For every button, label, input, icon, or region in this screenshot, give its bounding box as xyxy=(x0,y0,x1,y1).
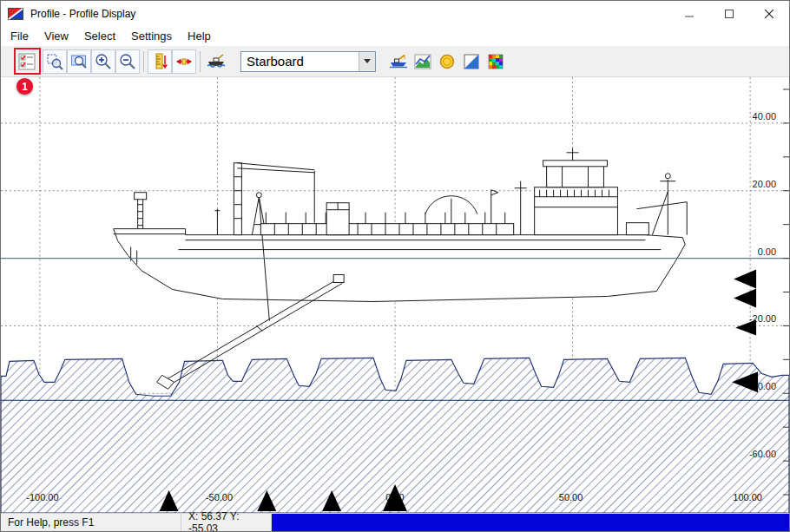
maximize-button[interactable] xyxy=(709,1,749,27)
vessel-display-button[interactable] xyxy=(386,49,411,74)
vessel-icon xyxy=(206,51,227,72)
fill-toggle-button[interactable] xyxy=(459,49,484,74)
app-icon xyxy=(8,8,23,20)
zoom-in-button[interactable] xyxy=(91,49,115,74)
diagonal-fill-icon xyxy=(462,52,481,71)
menu-help[interactable]: Help xyxy=(180,27,219,46)
status-bar: For Help, press F1 X: 56.37 Y: -55.03 xyxy=(1,513,789,531)
x-label: -50.00 xyxy=(206,492,233,502)
vessel-profile-button[interactable] xyxy=(204,49,228,74)
status-progress-bar xyxy=(272,514,789,531)
y-label: 0.00 xyxy=(758,246,776,257)
profile-plot[interactable]: 40.00 20.00 0.00 -20.00 -40.00 -60.00 -1… xyxy=(1,77,789,513)
chart-display-button[interactable] xyxy=(411,49,435,74)
close-button[interactable] xyxy=(749,1,789,27)
x-label: -100.00 xyxy=(26,492,58,502)
combo-dropdown-button[interactable] xyxy=(359,52,375,71)
zoom-out-icon xyxy=(118,52,137,71)
measure-vertical-button[interactable] xyxy=(148,49,172,74)
coin-icon xyxy=(438,52,457,71)
view-side-select[interactable]: Starboard xyxy=(240,51,376,72)
view-side-value: Starboard xyxy=(241,54,359,69)
toolbar-separator xyxy=(200,51,201,72)
minimize-button[interactable] xyxy=(669,1,709,27)
status-coordinates: X: 56.37 Y: -55.03 xyxy=(181,514,272,531)
checklist-icon xyxy=(17,52,36,71)
depth-marker-triangle xyxy=(734,289,756,308)
y-label: 20.00 xyxy=(753,179,776,189)
chevron-down-icon xyxy=(364,59,371,63)
vertical-ruler-icon xyxy=(150,52,169,71)
x-label: 100.00 xyxy=(733,492,762,502)
zoom-window-icon xyxy=(45,52,64,71)
measure-horizontal-button[interactable] xyxy=(172,49,196,74)
annotation-step-badge: 1 xyxy=(16,78,33,95)
x-label: 50.00 xyxy=(559,492,583,502)
maximize-icon xyxy=(725,10,734,18)
zoom-out-button[interactable] xyxy=(115,49,140,74)
color-matrix-button[interactable] xyxy=(484,49,508,74)
symbol-display-button[interactable] xyxy=(435,49,459,74)
minimize-icon xyxy=(685,10,694,18)
depth-marker-triangle xyxy=(734,270,756,289)
depth-marker-triangle xyxy=(735,319,756,335)
menu-file[interactable]: File xyxy=(3,27,36,46)
close-icon xyxy=(765,10,774,18)
vessel-drawing xyxy=(114,148,688,389)
zoom-window-button[interactable] xyxy=(43,49,67,74)
status-help-text: For Help, press F1 xyxy=(1,514,181,531)
zoom-extents-icon xyxy=(69,52,89,71)
dredge-ship-icon xyxy=(388,51,409,72)
y-label: 40.00 xyxy=(753,111,776,122)
y-label: -60.00 xyxy=(749,449,776,459)
horizontal-arrows-icon xyxy=(174,52,194,71)
toolbar: Starboard xyxy=(1,46,789,77)
title-bar: Profile - Profile Display xyxy=(1,1,789,27)
color-grid-icon xyxy=(486,52,505,71)
menu-view[interactable]: View xyxy=(36,27,76,46)
menu-settings[interactable]: Settings xyxy=(123,27,180,46)
display-options-button[interactable] xyxy=(15,49,39,74)
toolbar-separator xyxy=(143,51,144,72)
menu-bar: File View Select Settings Help xyxy=(1,27,790,46)
area-chart-icon xyxy=(413,52,432,71)
menu-select[interactable]: Select xyxy=(76,27,123,46)
zoom-extents-button[interactable] xyxy=(67,49,91,74)
app-window: Profile - Profile Display File View Sele… xyxy=(0,0,790,532)
window-title: Profile - Profile Display xyxy=(30,8,135,20)
zoom-in-icon xyxy=(94,52,113,71)
